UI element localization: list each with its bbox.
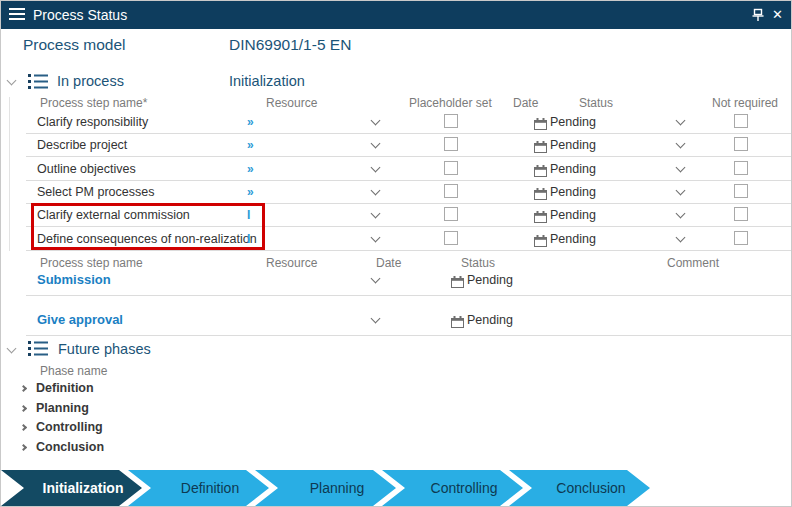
not-required-checkbox[interactable] (734, 161, 748, 175)
resource-dropdown-icon[interactable] (371, 185, 381, 195)
status-value: Pending (550, 185, 596, 199)
process-step-row: Clarify external commissionIPending (26, 204, 792, 227)
status-dropdown-icon[interactable] (676, 116, 686, 126)
calendar-icon[interactable] (451, 314, 464, 332)
phase-name: Controlling (36, 420, 103, 434)
in-process-list-icon (28, 73, 48, 89)
status-value: Pending (550, 115, 596, 129)
resource-dropdown-icon[interactable] (371, 162, 381, 172)
resource-dropdown-icon[interactable] (371, 232, 381, 242)
process-step-row: Outline objectives»Pending (26, 158, 792, 181)
process-status-window: Process Status ✕ Process model DIN69901/… (0, 0, 792, 507)
step-name: Describe project (37, 138, 127, 152)
phase-name: Definition (36, 381, 94, 395)
flow-step-planning[interactable]: Planning (255, 470, 396, 506)
status-value: Pending (550, 232, 596, 246)
resource-dropdown-icon[interactable] (371, 209, 381, 219)
placeholder-checkbox[interactable] (444, 137, 458, 151)
approval-step-link[interactable]: Submission (37, 272, 111, 287)
window-title: Process Status (33, 7, 127, 23)
resource-dropdown-icon[interactable] (371, 139, 381, 149)
process-step-row: Define consequences of non-realizationIP… (26, 228, 792, 251)
flow-step-conclusion[interactable]: Conclusion (509, 470, 650, 506)
not-required-checkbox[interactable] (734, 207, 748, 221)
step-name: Select PM processes (37, 185, 154, 199)
future-phase-row: Definition (1, 381, 301, 400)
calendar-icon[interactable] (534, 186, 547, 204)
expand-phase-icon[interactable] (20, 424, 27, 431)
future-phase-row: Controlling (1, 420, 301, 439)
col-date: Date (513, 96, 538, 110)
col-process-step-name: Process step name* (40, 96, 147, 110)
expand-phase-icon[interactable] (20, 443, 27, 450)
step-name: Clarify responsibility (37, 115, 148, 129)
resource-indicator: » (247, 138, 254, 152)
not-required-checkbox[interactable] (734, 184, 748, 198)
approval-step-link[interactable]: Give approval (37, 312, 123, 327)
menu-icon[interactable] (9, 8, 25, 22)
calendar-icon[interactable] (451, 274, 464, 292)
calendar-icon[interactable] (534, 116, 547, 134)
col-not-required: Not required (712, 96, 778, 110)
not-required-checkbox[interactable] (734, 137, 748, 151)
section-future-phases-title: Future phases (58, 341, 151, 357)
in-process-phase: Initialization (229, 73, 305, 89)
status-dropdown-icon[interactable] (676, 139, 686, 149)
status-dropdown-icon[interactable] (676, 185, 686, 195)
titlebar: Process Status ✕ (1, 1, 792, 29)
col-resource: Resource (266, 96, 317, 110)
future-phase-row: Planning (1, 401, 301, 420)
step-name: Define consequences of non-realization (37, 232, 257, 246)
future-phase-row: Conclusion (1, 440, 301, 459)
future-phases-list-icon (28, 340, 48, 356)
status-value: Pending (550, 208, 596, 222)
step-name: Outline objectives (37, 162, 136, 176)
expand-phase-icon[interactable] (20, 404, 27, 411)
status-dropdown-icon[interactable] (676, 209, 686, 219)
placeholder-checkbox[interactable] (444, 161, 458, 175)
resource-dropdown-icon[interactable] (371, 314, 381, 324)
process-step-row: Describe project»Pending (26, 134, 792, 157)
calendar-icon[interactable] (534, 139, 547, 157)
flow-step-label: Definition (181, 480, 239, 496)
flow-step-definition[interactable]: Definition (128, 470, 269, 506)
status-dropdown-icon[interactable] (676, 232, 686, 242)
close-icon[interactable]: ✕ (772, 6, 783, 24)
calendar-icon[interactable] (534, 209, 547, 227)
flow-step-label: Conclusion (556, 480, 625, 496)
flow-step-label: Initialization (43, 480, 124, 496)
pin-icon[interactable] (750, 7, 766, 23)
placeholder-checkbox[interactable] (444, 184, 458, 198)
process-step-row: Select PM processes»Pending (26, 181, 792, 204)
table-left-rule (9, 97, 10, 251)
resource-indicator: I (247, 232, 250, 246)
resource-dropdown-icon[interactable] (371, 116, 381, 126)
collapse-in-process-icon[interactable] (7, 76, 17, 86)
col-status: Status (579, 96, 613, 110)
approval-step-row: SubmissionPending (26, 267, 792, 296)
placeholder-checkbox[interactable] (444, 231, 458, 245)
expand-phase-icon[interactable] (20, 385, 27, 392)
phase-name: Conclusion (36, 440, 104, 454)
flow-step-controlling[interactable]: Controlling (382, 470, 523, 506)
placeholder-checkbox[interactable] (444, 207, 458, 221)
col-placeholder-set: Placeholder set (409, 96, 492, 110)
resource-indicator: » (247, 162, 254, 176)
col-phase-name: Phase name (40, 364, 107, 378)
flow-step-initialization[interactable]: Initialization (1, 470, 142, 506)
calendar-icon[interactable] (534, 233, 547, 251)
status-dropdown-icon[interactable] (676, 162, 686, 172)
status-value: Pending (550, 138, 596, 152)
phase-name: Planning (36, 401, 89, 415)
not-required-checkbox[interactable] (734, 231, 748, 245)
calendar-icon[interactable] (534, 163, 547, 181)
process-step-row: Clarify responsibility»Pending (26, 111, 792, 134)
not-required-checkbox[interactable] (734, 114, 748, 128)
resource-dropdown-icon[interactable] (371, 274, 381, 284)
flow-step-label: Planning (310, 480, 365, 496)
collapse-future-phases-icon[interactable] (7, 344, 17, 354)
step-name: Clarify external commission (37, 208, 190, 222)
resource-indicator: » (247, 185, 254, 199)
placeholder-checkbox[interactable] (444, 114, 458, 128)
section-in-process-title: In process (57, 73, 124, 89)
